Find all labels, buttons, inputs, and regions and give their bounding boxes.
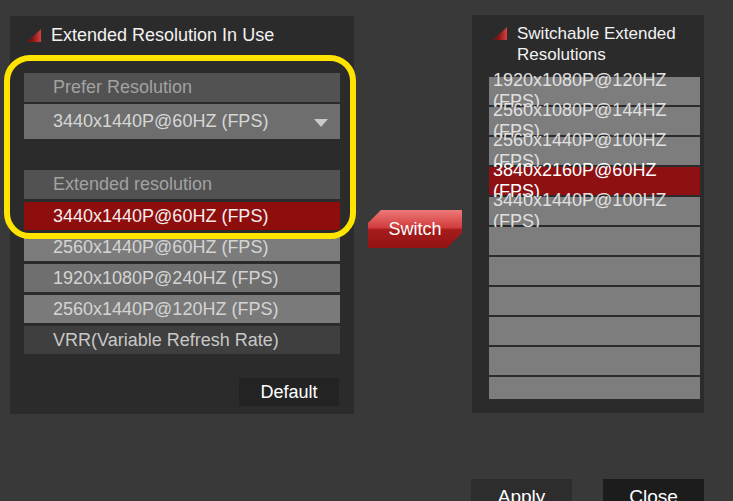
left-panel-title: Extended Resolution In Use [51,25,274,46]
list-item-selected-extended-resolution[interactable]: 3440x1440P@60HZ (FPS) [24,202,340,230]
prefer-resolution-label: Prefer Resolution [24,73,340,102]
red-triangle-icon [493,27,507,40]
right-panel-header: Switchable Extended Resolutions [493,23,697,65]
empty-list-slot [489,287,700,315]
prefer-resolution-value: 3440x1440P@60HZ (FPS) [53,111,268,132]
right-panel-title: Switchable Extended Resolutions [517,23,697,65]
extended-resolution-in-use-panel: Extended Resolution In Use Prefer Resolu… [10,16,354,414]
empty-list-slot [489,347,700,375]
list-item[interactable]: 2560x1440P@120HZ (FPS) [24,295,340,323]
prefer-resolution-dropdown[interactable]: 3440x1440P@60HZ (FPS) [24,104,340,139]
default-button[interactable]: Default [239,378,339,406]
empty-list-slot [489,317,700,345]
chevron-down-icon [314,119,328,127]
red-triangle-icon [27,29,41,42]
list-item[interactable]: 3440x1440P@100HZ (FPS) [489,197,700,225]
switch-button[interactable]: Switch [368,210,462,248]
switchable-extended-resolutions-panel: Switchable Extended Resolutions 1920x108… [472,15,704,413]
list-item-vrr[interactable]: VRR(Variable Refresh Rate) [24,326,340,354]
empty-list-slot [489,227,700,255]
list-item[interactable]: 1920x1080P@240HZ (FPS) [24,264,340,292]
empty-list-slot [489,377,700,399]
apply-button[interactable]: Apply [471,479,572,501]
close-button[interactable]: Close [603,479,704,501]
list-item[interactable]: 2560x1440P@60HZ (FPS) [24,233,340,261]
left-panel-header: Extended Resolution In Use [27,25,274,46]
extended-resolution-label: Extended resolution [24,170,340,199]
empty-list-slot [489,257,700,285]
